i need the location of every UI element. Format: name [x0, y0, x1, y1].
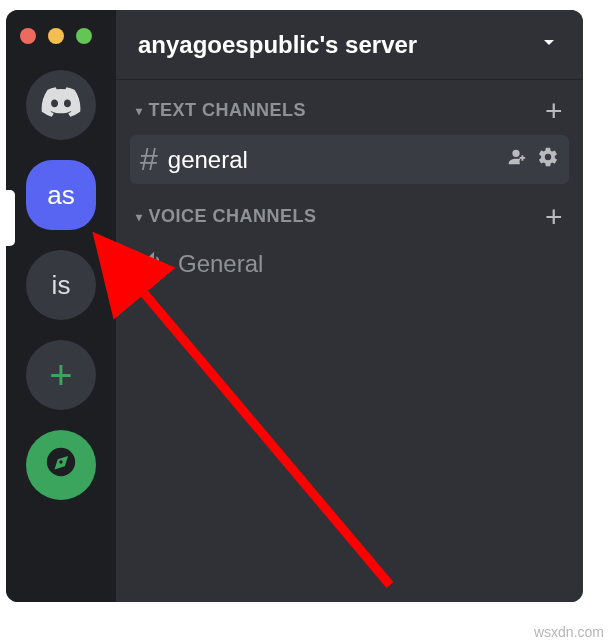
channel-name: General [178, 250, 559, 278]
text-channel-general[interactable]: # general [130, 135, 569, 184]
server-rail: as is + [6, 10, 116, 602]
voice-channel-general[interactable]: General [130, 241, 569, 287]
close-window-button[interactable] [20, 28, 36, 44]
window-controls [6, 18, 106, 60]
watermark: wsxdn.com [534, 624, 604, 640]
compass-icon [44, 445, 78, 486]
plus-icon: + [49, 353, 72, 398]
chevron-down-icon: ▾ [136, 104, 143, 118]
hash-icon: # [140, 141, 158, 178]
home-button[interactable] [26, 70, 96, 140]
channel-name: general [168, 146, 495, 174]
server-is[interactable]: is [26, 250, 96, 320]
server-initials: is [52, 270, 71, 301]
discord-logo-icon [41, 87, 81, 124]
gear-icon[interactable] [537, 146, 559, 174]
speaker-icon [140, 247, 168, 281]
channel-sidebar: anyagoespublic's server ▾ TEXT CHANNELS … [116, 10, 583, 602]
server-anyagoespublic[interactable]: as [26, 160, 96, 230]
chevron-down-icon [537, 30, 561, 60]
category-voice-channels[interactable]: ▾ VOICE CHANNELS + [116, 186, 583, 233]
explore-servers-button[interactable] [26, 430, 96, 500]
create-channel-button[interactable]: + [545, 209, 563, 225]
add-server-button[interactable]: + [26, 340, 96, 410]
category-label: VOICE CHANNELS [149, 206, 317, 227]
server-header[interactable]: anyagoespublic's server [116, 10, 583, 80]
discord-window: as is + anyagoespublic's server ▾ TEXT C… [6, 10, 583, 602]
maximize-window-button[interactable] [76, 28, 92, 44]
create-channel-button[interactable]: + [545, 103, 563, 119]
server-name: anyagoespublic's server [138, 31, 417, 59]
server-initials: as [47, 180, 74, 211]
create-invite-icon[interactable] [505, 146, 527, 174]
category-label: TEXT CHANNELS [149, 100, 307, 121]
minimize-window-button[interactable] [48, 28, 64, 44]
category-text-channels[interactable]: ▾ TEXT CHANNELS + [116, 80, 583, 127]
active-server-indicator [6, 190, 15, 246]
chevron-down-icon: ▾ [136, 210, 143, 224]
